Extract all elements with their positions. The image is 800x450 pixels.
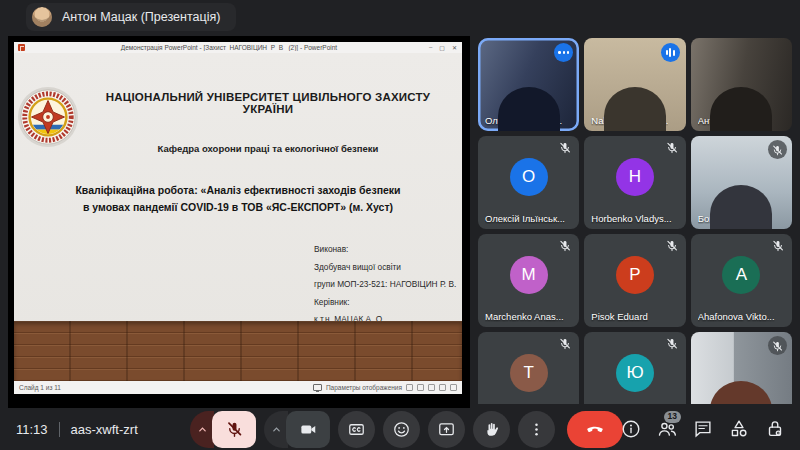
reactions-button[interactable] <box>383 411 420 448</box>
participant-avatar: T <box>510 354 548 392</box>
participant-name: Horbenko Vladys... <box>591 213 671 224</box>
participant-tile[interactable]: Олена Бригада <box>691 332 792 404</box>
mic-off-icon <box>224 420 243 439</box>
ppt-view-button[interactable] <box>428 384 435 391</box>
audio-activity-indicator <box>554 43 573 62</box>
activities-icon <box>728 418 750 440</box>
participant-name: Nahovitsyn Rost... <box>591 115 668 126</box>
participant-count-badge: 13 <box>664 411 681 423</box>
chat-button[interactable] <box>692 418 714 440</box>
participant-tile[interactable]: Nahovitsyn Rost... <box>584 38 685 131</box>
slide: НАЦІОНАЛЬНИЙ УНІВЕРСИТЕТ ЦИВІЛЬНОГО ЗАХИ… <box>14 53 462 381</box>
participant-name: Олена Шароват... <box>485 115 562 126</box>
powerpoint-statusbar: Слайд 1 из 11 Параметры отображения <box>14 381 462 394</box>
maximize-button[interactable]: ▢ <box>439 44 445 51</box>
powerpoint-window: Демонстрація PowerPoint - [Захист_НАГОВІ… <box>14 42 462 394</box>
top-bar: Антон Мацак (Презентація) <box>0 0 800 34</box>
work-title-line1: Кваліфікаційна робота: «Аналіз ефективно… <box>30 182 446 199</box>
ppt-zoom-button[interactable] <box>450 384 457 391</box>
camera-button[interactable] <box>286 411 330 448</box>
host-controls-button[interactable] <box>764 418 786 440</box>
info-icon <box>620 418 642 440</box>
mic-muted-icon <box>771 239 785 253</box>
mic-muted-icon <box>665 337 679 351</box>
display-options-label[interactable]: Параметры отображения <box>326 384 402 391</box>
more-vert-icon <box>527 420 546 439</box>
present-button[interactable] <box>428 411 465 448</box>
more-options-button[interactable] <box>518 411 555 448</box>
mic-muted-icon <box>665 141 679 155</box>
participant-tile[interactable]: Ю Ювіта Колошко <box>584 332 685 404</box>
author-line: Здобувач вищої освіти <box>314 259 456 277</box>
end-call-button[interactable] <box>567 411 623 448</box>
slide-counter: Слайд 1 из 11 <box>19 384 61 391</box>
participant-name: Ahafonova Vikto... <box>698 311 775 322</box>
participant-tile[interactable]: M Marchenko Anas... <box>478 234 579 327</box>
participant-tile[interactable]: О Олексій Ільїнськ... <box>478 136 579 229</box>
department-name: Кафедра охорони праці та екологічної без… <box>80 143 456 154</box>
ppt-view-button[interactable] <box>406 384 413 391</box>
participant-tile[interactable]: Олена Шароват... <box>478 38 579 131</box>
work-title-line2: в умовах пандемії COVID-19 в ТОВ «ЯС-ЕКС… <box>30 199 446 216</box>
participant-name: Антон Мацак <box>698 115 755 126</box>
ppt-view-button[interactable] <box>417 384 424 391</box>
participant-avatar: H <box>616 158 654 196</box>
smiley-icon <box>392 420 411 439</box>
participant-avatar: Ю <box>616 354 654 392</box>
display-options-icon <box>313 384 322 391</box>
people-button[interactable]: 13 <box>656 418 678 440</box>
powerpoint-titlebar: Демонстрація PowerPoint - [Захист_НАГОВІ… <box>14 42 462 53</box>
clock: 11:13 <box>16 422 48 437</box>
presenter-pill[interactable]: Антон Мацак (Презентація) <box>26 3 236 31</box>
mic-muted-icon <box>558 239 572 253</box>
participant-grid: Олена Шароват... Nahovitsyn Rost... Анто… <box>478 38 792 404</box>
activities-button[interactable] <box>728 418 750 440</box>
presenter-avatar <box>32 7 52 27</box>
mic-muted-icon <box>768 336 787 355</box>
author-line: групи МОП-23-521: НАГОВІЦИН Р. В. <box>314 276 456 294</box>
participant-avatar: P <box>616 256 654 294</box>
mic-muted-icon <box>768 140 787 159</box>
participant-name: Pisok Eduard <box>591 311 648 322</box>
participant-avatar: M <box>510 256 548 294</box>
author-line: Виконав: <box>314 241 456 259</box>
participant-tile[interactable]: Богдан Цимбал <box>691 136 792 229</box>
meeting-details-button[interactable] <box>620 418 642 440</box>
participant-tile[interactable]: H Horbenko Vladys... <box>584 136 685 229</box>
hand-icon <box>482 420 501 439</box>
divider <box>59 422 60 437</box>
camera-options-button[interactable] <box>264 411 288 448</box>
meeting-code: aas-xwft-zrt <box>71 422 138 437</box>
author-line: Керівник: <box>314 294 456 312</box>
meeting-panel-buttons: 13 <box>620 408 786 450</box>
mic-muted-icon <box>665 239 679 253</box>
close-button[interactable]: ✕ <box>452 44 457 51</box>
participant-tile[interactable]: T Tanchuk Alina <box>478 332 579 404</box>
end-call-icon <box>584 418 606 440</box>
powerpoint-window-title: Демонстрація PowerPoint - [Захист_НАГОВІ… <box>29 44 429 51</box>
screen-share-region: Демонстрація PowerPoint - [Захист_НАГОВІ… <box>8 36 470 408</box>
mic-muted-icon <box>558 141 572 155</box>
captions-button[interactable] <box>338 411 375 448</box>
minimize-button[interactable]: – <box>429 44 432 51</box>
meet-bottom-bar: 11:13 aas-xwft-zrt <box>0 408 800 450</box>
presenter-label: Антон Мацак (Презентація) <box>62 10 220 24</box>
participant-tile[interactable]: P Pisok Eduard <box>584 234 685 327</box>
captions-icon <box>347 420 366 439</box>
mic-muted-button[interactable] <box>212 411 256 448</box>
participant-avatar: A <box>722 256 760 294</box>
powerpoint-icon <box>18 44 25 51</box>
raise-hand-button[interactable] <box>473 411 510 448</box>
participant-tile[interactable]: A Ahafonova Vikto... <box>691 234 792 327</box>
participant-avatar: О <box>510 158 548 196</box>
participant-tile[interactable]: Антон Мацак <box>691 38 792 131</box>
participant-name: Олексій Ільїнськ... <box>485 213 565 224</box>
mic-options-button[interactable] <box>190 411 214 448</box>
call-controls <box>190 408 623 450</box>
ppt-zoom-button[interactable] <box>439 384 446 391</box>
videocam-icon <box>298 420 317 439</box>
audio-activity-indicator <box>661 43 680 62</box>
present-icon <box>437 420 456 439</box>
chat-icon <box>692 418 714 440</box>
work-title: Кваліфікаційна робота: «Аналіз ефективно… <box>30 182 446 215</box>
